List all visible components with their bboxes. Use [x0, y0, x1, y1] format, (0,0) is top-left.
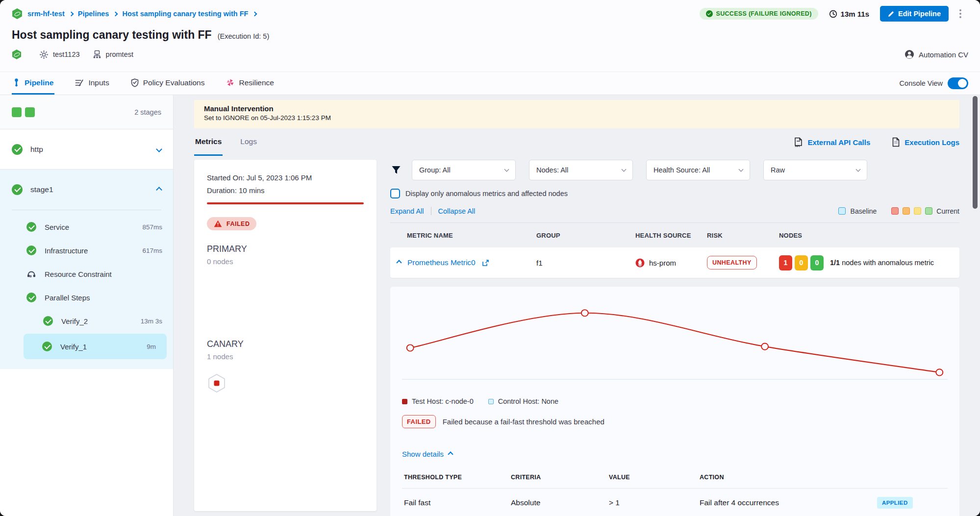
step-duration: 617ms	[142, 247, 162, 254]
sidebar-stage-http[interactable]: http	[0, 129, 173, 170]
manual-intervention-banner: Manual Intervention Set to IGNORE on 05-…	[194, 100, 959, 128]
environment-meta: promtest	[93, 50, 133, 59]
data-mode-value: Raw	[771, 166, 785, 174]
elapsed-time-label: 13m 11s	[841, 10, 869, 18]
nodes-filter-dropdown[interactable]: Nodes: All	[529, 160, 633, 180]
col-threshold-type: THRESHOLD TYPE	[404, 474, 511, 481]
verification-summary-card: Started On: Jul 5, 2023 1:06 PM Duration…	[194, 160, 377, 511]
primary-nodes-count: 0 nodes	[207, 257, 364, 266]
user-scope: Automation CV	[905, 49, 968, 59]
tab-inputs[interactable]: Inputs	[74, 72, 110, 95]
chevron-right-icon	[252, 11, 257, 16]
metric-name-link[interactable]: Prometheus Metric0	[407, 258, 476, 267]
collapse-row-chevron-icon[interactable]	[396, 260, 402, 265]
banner-message: Set to IGNORE on 05-Jul-2023 1:15:23 PM	[204, 114, 950, 122]
metrics-table-header: METRIC NAME GROUP HEALTH SOURCE RISK NOD…	[390, 223, 959, 247]
success-check-icon	[26, 293, 36, 302]
more-options-button[interactable]	[959, 9, 961, 11]
sidebar-step-verify1-selected[interactable]: Verify_1 9m	[24, 334, 167, 359]
group-filter-dropdown[interactable]: Group: All	[412, 160, 516, 180]
stage-stage1-label: stage1	[30, 185, 53, 194]
console-view-toggle[interactable]	[948, 77, 968, 89]
col-risk: RISK	[707, 232, 779, 239]
chevron-up-icon	[448, 451, 453, 457]
check-circle-icon	[706, 10, 713, 17]
applied-badge: APPLIED	[877, 497, 913, 509]
breadcrumb: srm-hf-test Pipelines Host sampling cana…	[12, 6, 968, 22]
metric-detail-card: Test Host: c-node-0 Control Host: None F…	[390, 287, 959, 516]
execution-sidebar: 2 stages http stage1 Service	[0, 95, 174, 516]
current-red-swatch-icon	[891, 207, 899, 215]
baseline-swatch-icon	[838, 207, 846, 215]
threshold-table-header: THRESHOLD TYPE CRITERIA VALUE ACTION	[402, 466, 948, 489]
control-host-swatch-icon	[488, 399, 494, 404]
external-link-icon[interactable]	[482, 259, 489, 267]
user-scope-label: Automation CV	[919, 50, 968, 59]
breadcrumb-pipelines[interactable]: Pipelines	[78, 10, 109, 18]
healthy-count-badge: 0	[810, 255, 824, 270]
health-source-name: hs-prom	[649, 259, 676, 267]
collapse-all-link[interactable]: Collapse All	[438, 207, 476, 215]
infrastructure-icon	[93, 50, 101, 59]
tab-metrics[interactable]: Metrics	[194, 128, 223, 156]
sidebar-step-resource-constraint[interactable]: Resource Constraint	[0, 262, 173, 286]
sidebar-step-verify2[interactable]: Verify_2 13m 3s	[0, 309, 173, 333]
tab-logs-label: Logs	[240, 137, 257, 146]
failure-reason-text: Failed because a fail-fast threshold was…	[443, 418, 604, 426]
edit-pipeline-button[interactable]: Edit Pipeline	[880, 6, 949, 22]
page-title: Host sampling canary testing with FF	[12, 28, 212, 42]
canary-group-label: CANARY	[207, 339, 364, 349]
filter-row: Group: All Nodes: All Health Source: All	[390, 160, 959, 180]
breadcrumb-project[interactable]: srm-hf-test	[27, 10, 65, 18]
sidebar-step-parallel-steps[interactable]: Parallel Steps	[0, 286, 173, 309]
value-value: > 1	[609, 498, 700, 507]
tab-logs[interactable]: Logs	[239, 128, 258, 156]
failed-badge: FAILED	[402, 415, 436, 428]
environment-name: promtest	[106, 50, 133, 58]
execution-logs-label: Execution Logs	[905, 138, 959, 147]
expand-all-link[interactable]: Expand All	[390, 207, 424, 215]
canary-node-hexagon[interactable]	[207, 373, 226, 393]
show-details-link[interactable]: Show details	[402, 450, 452, 458]
vertical-scrollbar-thumb[interactable]	[973, 96, 978, 209]
filter-funnel-icon	[391, 165, 401, 175]
nodes-ratio-text: nodes with anomalous metric	[842, 259, 934, 267]
canary-nodes-count: 1 nodes	[207, 352, 364, 361]
resource-constraint-icon	[26, 270, 36, 278]
col-group: GROUP	[536, 232, 635, 239]
breadcrumb-pipeline-name[interactable]: Host sampling canary testing with FF	[122, 10, 248, 18]
tab-resilience[interactable]: Resilience	[225, 72, 275, 95]
external-api-calls-label: External API Calls	[807, 138, 870, 147]
stage-summary: 2 stages	[0, 95, 173, 129]
tab-pipeline[interactable]: Pipeline	[12, 72, 54, 95]
primary-group-label: PRIMARY	[207, 244, 364, 254]
user-avatar-icon	[905, 49, 914, 59]
failed-status-pill: FAILED	[207, 217, 256, 230]
tab-policy-evaluations-label: Policy Evaluations	[143, 78, 205, 87]
stage-http-label: http	[30, 145, 43, 154]
started-on: Started On: Jul 5, 2023 1:06 PM	[207, 173, 364, 182]
warning-triangle-icon	[214, 220, 222, 227]
service-meta: test1123	[39, 50, 80, 59]
health-source-filter-dropdown[interactable]: Health Source: All	[646, 160, 750, 180]
sidebar-stage-stage1[interactable]: stage1	[0, 170, 173, 210]
anomalous-checkbox[interactable]	[390, 189, 400, 198]
chevron-down-icon	[856, 167, 861, 172]
nodes-ratio: 1/1	[830, 259, 840, 267]
main-panel: Manual Intervention Set to IGNORE on 05-…	[174, 95, 980, 516]
col-nodes: NODES	[779, 232, 953, 239]
external-api-calls-link[interactable]: API External API Calls	[794, 137, 870, 147]
console-view-label: Console View	[900, 79, 943, 87]
tab-resilience-label: Resilience	[239, 78, 274, 87]
failed-node-square-icon	[214, 381, 220, 386]
edit-pipeline-label: Edit Pipeline	[898, 10, 941, 18]
data-mode-dropdown[interactable]: Raw	[763, 160, 867, 180]
anomalous-checkbox-label: Display only anomalous metrics and affec…	[405, 190, 568, 197]
execution-logs-link[interactable]: Execution Logs	[892, 137, 959, 147]
nav-tabbar: Pipeline Inputs Policy Evaluations	[0, 72, 980, 95]
sidebar-step-infrastructure[interactable]: Infrastructure 617ms	[0, 239, 173, 262]
sidebar-step-service[interactable]: Service 857ms	[0, 215, 173, 239]
tab-policy-evaluations[interactable]: Policy Evaluations	[130, 72, 206, 95]
current-green-swatch-icon	[925, 207, 932, 215]
metric-row-prometheus-metric0[interactable]: Prometheus Metric0 f1	[390, 247, 959, 278]
